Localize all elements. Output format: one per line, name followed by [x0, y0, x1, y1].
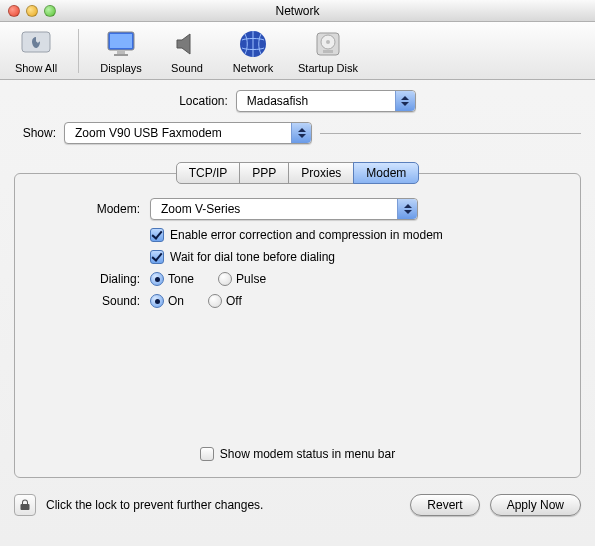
modem-select[interactable]: Zoom V-Series [150, 198, 418, 220]
dialing-label: Dialing: [35, 272, 140, 286]
location-select[interactable]: Madasafish [236, 90, 416, 112]
disk-icon [312, 28, 344, 60]
error-correction-label: Enable error correction and compression … [170, 228, 443, 242]
show-status-checkbox[interactable] [200, 447, 214, 461]
toolbar-separator [78, 29, 79, 73]
modem-value: Zoom V-Series [161, 202, 240, 216]
chevron-up-down-icon [395, 91, 415, 111]
titlebar: Network [0, 0, 595, 22]
lock-icon [19, 499, 31, 511]
location-value: Madasafish [247, 94, 308, 108]
apple-icon [20, 28, 52, 60]
wait-dial-tone-checkbox[interactable] [150, 250, 164, 264]
wait-dial-tone-label: Wait for dial tone before dialing [170, 250, 335, 264]
footer: Click the lock to prevent further change… [0, 486, 595, 524]
toolbar-startup-disk[interactable]: Startup Disk [291, 28, 365, 74]
lock-button[interactable] [14, 494, 36, 516]
apply-now-button[interactable]: Apply Now [490, 494, 581, 516]
toolbar-label: Displays [100, 62, 142, 74]
sound-on-label: On [168, 294, 184, 308]
toolbar-label: Sound [171, 62, 203, 74]
show-label: Show: [14, 126, 56, 140]
svg-rect-2 [110, 34, 132, 48]
svg-rect-3 [117, 51, 125, 54]
tab-modem[interactable]: Modem [353, 162, 419, 184]
svg-rect-4 [114, 54, 128, 56]
toolbar-show-all[interactable]: Show All [8, 28, 64, 74]
sound-off-radio[interactable] [208, 294, 222, 308]
modem-panel: Modem: Zoom V-Series Enable error correc… [14, 173, 581, 478]
show-status-label: Show modem status in menu bar [220, 447, 395, 461]
sound-label: Sound: [35, 294, 140, 308]
content: Location: Madasafish Show: Zoom V90 USB … [0, 80, 595, 486]
location-label: Location: [179, 94, 228, 108]
tab-proxies[interactable]: Proxies [288, 162, 354, 184]
chevron-up-down-icon [291, 123, 311, 143]
dialing-tone-radio[interactable] [150, 272, 164, 286]
speaker-icon [171, 28, 203, 60]
svg-point-8 [326, 40, 330, 44]
window-title: Network [0, 4, 595, 18]
dialing-pulse-radio[interactable] [218, 272, 232, 286]
sound-on-radio[interactable] [150, 294, 164, 308]
revert-button[interactable]: Revert [410, 494, 479, 516]
chevron-up-down-icon [397, 199, 417, 219]
toolbar-sound[interactable]: Sound [159, 28, 215, 74]
tabs: TCP/IP PPP Proxies Modem Modem: Zoom V-S… [14, 162, 581, 478]
toolbar-network[interactable]: Network [225, 28, 281, 74]
dialing-pulse-label: Pulse [236, 272, 266, 286]
display-icon [105, 28, 137, 60]
dialing-tone-label: Tone [168, 272, 194, 286]
error-correction-checkbox[interactable] [150, 228, 164, 242]
divider [320, 133, 581, 134]
tab-tcpip[interactable]: TCP/IP [176, 162, 241, 184]
toolbar-label: Network [233, 62, 273, 74]
modem-label: Modem: [35, 202, 140, 216]
svg-rect-9 [323, 50, 333, 53]
toolbar-label: Show All [15, 62, 57, 74]
tab-ppp[interactable]: PPP [239, 162, 289, 184]
toolbar-displays[interactable]: Displays [93, 28, 149, 74]
show-value: Zoom V90 USB Faxmodem [75, 126, 222, 140]
lock-text: Click the lock to prevent further change… [46, 498, 410, 512]
globe-icon [237, 28, 269, 60]
show-select[interactable]: Zoom V90 USB Faxmodem [64, 122, 312, 144]
toolbar-label: Startup Disk [298, 62, 358, 74]
sound-off-label: Off [226, 294, 242, 308]
toolbar: Show All Displays Sound Network Startup … [0, 22, 595, 80]
